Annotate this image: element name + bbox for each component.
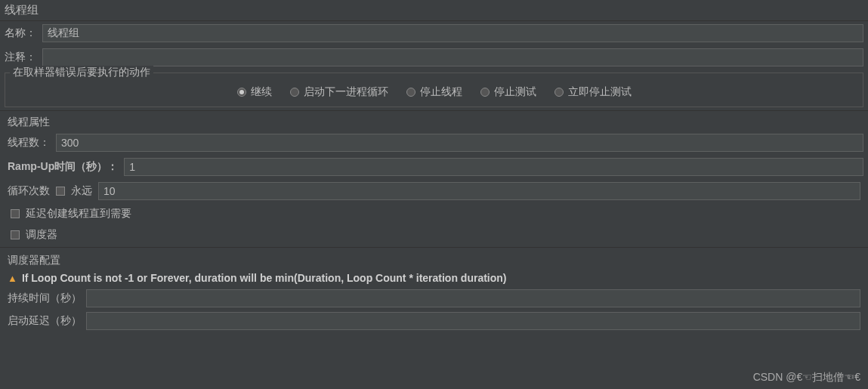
rampup-label: Ramp-Up时间（秒）： xyxy=(8,160,118,174)
loop-count-input[interactable] xyxy=(98,182,860,200)
radio-stop-test-now[interactable]: 立即停止测试 xyxy=(554,85,632,99)
scheduler-checkbox[interactable] xyxy=(11,230,20,239)
startup-delay-input[interactable] xyxy=(86,312,860,330)
panel-title: 线程组 xyxy=(0,0,868,21)
radio-icon xyxy=(290,88,299,97)
name-label: 名称： xyxy=(5,26,36,40)
duration-input[interactable] xyxy=(86,289,860,307)
radio-icon xyxy=(237,88,246,97)
radio-label: 启动下一进程循环 xyxy=(304,85,388,99)
radio-icon xyxy=(554,88,564,97)
forever-checkbox[interactable] xyxy=(56,187,65,196)
divider xyxy=(0,247,868,248)
scheduler-config-header: 调度器配置 xyxy=(0,249,868,269)
delay-create-checkbox[interactable] xyxy=(11,209,20,218)
radio-start-next-loop[interactable]: 启动下一进程循环 xyxy=(290,85,388,99)
radio-label: 停止线程 xyxy=(420,85,462,99)
threads-input[interactable] xyxy=(56,134,863,152)
loop-count-label: 循环次数 xyxy=(8,184,50,198)
warning-icon: ▲ xyxy=(8,273,17,284)
delay-create-label: 延迟创建线程直到需要 xyxy=(26,207,131,221)
duration-label: 持续时间（秒） xyxy=(8,292,82,305)
error-action-fieldset: 在取样器错误后要执行的动作 继续 启动下一进程循环 停止线程 停止测试 立即停止… xyxy=(5,73,863,107)
radio-icon xyxy=(480,88,490,97)
thread-props-header: 线程属性 xyxy=(0,110,868,131)
threads-label: 线程数： xyxy=(8,136,50,150)
radio-label: 继续 xyxy=(251,85,272,99)
startup-delay-label: 启动延迟（秒） xyxy=(8,314,82,328)
watermark: CSDN @€☜扫地僧☜€ xyxy=(753,371,860,384)
warning-text: If Loop Count is not -1 or Forever, dura… xyxy=(22,272,507,284)
radio-continue[interactable]: 继续 xyxy=(237,85,272,99)
comment-label: 注释： xyxy=(5,51,36,64)
radio-icon xyxy=(406,88,415,97)
scheduler-label: 调度器 xyxy=(26,228,57,242)
radio-label: 停止测试 xyxy=(494,85,536,99)
rampup-input[interactable] xyxy=(124,158,863,176)
error-action-legend: 在取样器错误后要执行的动作 xyxy=(10,66,153,79)
radio-stop-thread[interactable]: 停止线程 xyxy=(406,85,462,99)
radio-stop-test[interactable]: 停止测试 xyxy=(480,85,536,99)
name-input[interactable] xyxy=(42,24,863,42)
forever-label: 永远 xyxy=(71,184,92,198)
comment-input[interactable] xyxy=(42,48,863,66)
radio-label: 立即停止测试 xyxy=(568,85,632,99)
